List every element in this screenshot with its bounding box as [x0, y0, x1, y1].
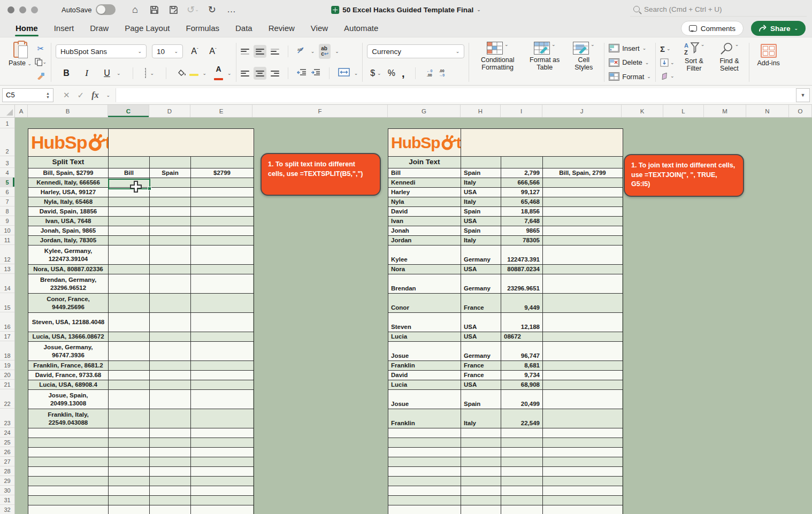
cell[interactable]: Josue, Spain, 20499.13008: [28, 390, 109, 409]
cell[interactable]: USA: [461, 217, 501, 226]
font-name-select[interactable]: HubSpot Sans⌄: [56, 44, 147, 58]
cell[interactable]: [109, 342, 150, 360]
cell[interactable]: [543, 380, 622, 389]
cell[interactable]: USA: [461, 188, 501, 197]
cell[interactable]: [150, 197, 191, 206]
cell[interactable]: [150, 457, 191, 466]
cell[interactable]: [150, 486, 191, 495]
cell[interactable]: [543, 467, 622, 476]
cell[interactable]: [501, 505, 543, 514]
cell[interactable]: Nyla, Italy, 65468: [28, 197, 109, 206]
row-header-24[interactable]: 24: [0, 428, 14, 438]
cell[interactable]: $2799: [191, 168, 253, 178]
cell[interactable]: Jordan, Italy, 78305: [28, 236, 109, 245]
cell[interactable]: Conor: [388, 294, 461, 312]
cell[interactable]: [150, 496, 191, 505]
cell[interactable]: [191, 246, 253, 264]
cell[interactable]: [150, 313, 191, 332]
cell[interactable]: Lucia: [388, 332, 461, 341]
cell[interactable]: 23296.9651: [501, 274, 543, 293]
cell[interactable]: Bill: [109, 168, 150, 178]
cell[interactable]: 7,648: [501, 217, 543, 226]
row-header-29[interactable]: 29: [0, 476, 14, 486]
format-cells-button[interactable]: Format⌄: [609, 70, 651, 83]
cell[interactable]: 12,188: [501, 313, 543, 332]
select-all-corner[interactable]: [0, 105, 15, 117]
cell[interactable]: [150, 342, 191, 360]
cell[interactable]: [543, 486, 622, 495]
cell[interactable]: [543, 332, 622, 341]
cell[interactable]: [109, 438, 150, 447]
cell[interactable]: [150, 265, 191, 274]
cell[interactable]: [543, 207, 622, 216]
close-window-button[interactable]: [7, 6, 14, 13]
cell[interactable]: [150, 361, 191, 370]
cell[interactable]: [501, 457, 543, 466]
row-header-11[interactable]: 11: [0, 235, 14, 245]
cell[interactable]: [191, 409, 253, 428]
cell[interactable]: David: [388, 371, 461, 380]
cell[interactable]: [543, 457, 622, 466]
cell[interactable]: Harley: [388, 188, 461, 197]
cell[interactable]: [388, 496, 461, 505]
cell[interactable]: [543, 294, 622, 312]
cell[interactable]: [461, 157, 501, 168]
cell[interactable]: [501, 438, 543, 447]
cell[interactable]: Ivan, USA, 7648: [28, 217, 109, 226]
cell[interactable]: Jordan: [388, 236, 461, 245]
cell[interactable]: [109, 371, 150, 380]
cell[interactable]: Franklin: [388, 409, 461, 428]
cell[interactable]: [150, 246, 191, 264]
column-header-A[interactable]: A: [15, 105, 28, 117]
cell[interactable]: [109, 265, 150, 274]
cell[interactable]: [28, 457, 109, 466]
cell[interactable]: [543, 477, 622, 486]
cell[interactable]: [461, 129, 623, 156]
cell[interactable]: Bill, Spain, 2799: [543, 168, 622, 178]
search-field[interactable]: Search (Cmd + Ctrl + U): [630, 2, 807, 17]
cell[interactable]: [191, 448, 253, 457]
cell[interactable]: [109, 428, 150, 438]
cell[interactable]: Josue, Germany, 96747.3936: [28, 342, 109, 360]
cell[interactable]: [543, 496, 622, 505]
delete-cells-button[interactable]: Delete⌄: [609, 56, 651, 69]
cell[interactable]: [150, 157, 191, 168]
cell[interactable]: [109, 236, 150, 245]
cell[interactable]: [28, 505, 109, 514]
column-header-C[interactable]: C: [108, 105, 149, 117]
column-header-O[interactable]: O: [789, 105, 812, 117]
cell[interactable]: David: [388, 207, 461, 216]
cell[interactable]: Franklin, Italy, 22549.043088: [28, 409, 109, 428]
cell[interactable]: France: [461, 371, 501, 380]
row-header-16[interactable]: 16: [0, 312, 14, 332]
cell[interactable]: [109, 505, 150, 514]
cell[interactable]: [388, 457, 461, 466]
cell[interactable]: [191, 197, 253, 206]
cell[interactable]: 20,499: [501, 390, 543, 409]
cell[interactable]: [543, 188, 622, 197]
cell[interactable]: [501, 157, 543, 168]
cell[interactable]: [191, 342, 253, 360]
save-as-icon[interactable]: [168, 4, 179, 15]
cell[interactable]: [191, 294, 253, 312]
cell[interactable]: [388, 448, 461, 457]
save-icon[interactable]: [149, 4, 159, 15]
cell[interactable]: USA: [461, 265, 501, 274]
document-title[interactable]: 50 Excel Hacks Guided Template Final: [342, 6, 473, 14]
row-header-15[interactable]: 15: [0, 293, 14, 312]
font-size-select[interactable]: 10⌄: [152, 44, 183, 58]
cell[interactable]: France: [461, 294, 501, 312]
fill-color-button[interactable]: [178, 68, 198, 78]
row-header-10[interactable]: 10: [0, 226, 14, 235]
cell[interactable]: 9,734: [501, 371, 543, 380]
cell[interactable]: [543, 390, 622, 409]
font-color-button[interactable]: A: [214, 65, 223, 82]
cell[interactable]: 96,747: [501, 342, 543, 360]
home-icon[interactable]: ⌂: [129, 4, 140, 15]
cell[interactable]: [191, 226, 253, 235]
tab-home[interactable]: Home: [9, 20, 45, 36]
autosum-button[interactable]: Σ⌄: [660, 42, 675, 55]
autosave-toggle[interactable]: [96, 4, 116, 15]
cell[interactable]: Italy: [461, 409, 501, 428]
cell[interactable]: [150, 274, 191, 293]
